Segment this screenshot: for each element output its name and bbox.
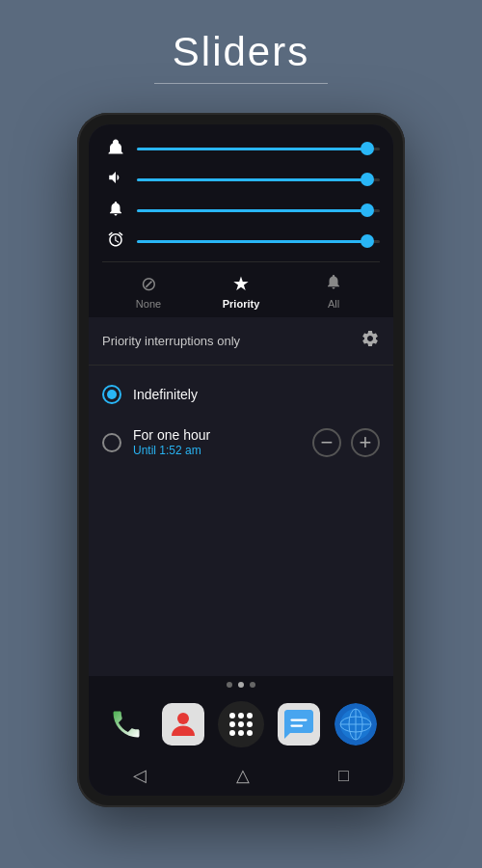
nav-bar: ◁ △ □ [89,755,393,796]
mode-priority[interactable]: ★ Priority [195,272,287,310]
increase-button[interactable]: + [351,428,380,457]
mode-priority-label: Priority [223,298,260,310]
mode-selector: ⊘ None ★ Priority All [102,261,380,317]
page-dot-2 [238,682,244,688]
ringer-icon [102,138,129,159]
priority-header-text: Priority interruptions only [102,334,240,348]
slider-row-volume [102,169,380,190]
slider-row-alarm [102,231,380,252]
option-one-hour-text: For one hour Until 1:52 am [133,427,301,457]
dock [89,693,393,755]
phone-frame: ⊘ None ★ Priority All [77,113,405,807]
app-launcher[interactable] [218,701,264,747]
app-phone[interactable] [105,703,147,746]
option-indefinitely-text: Indefinitely [133,387,380,402]
radio-one-hour[interactable] [102,433,121,452]
volume-icon [102,169,129,190]
app-messaging[interactable] [278,703,320,746]
home-button[interactable]: △ [236,765,250,786]
option-indefinitely[interactable]: Indefinitely [89,373,393,416]
ringer-slider-track[interactable] [137,148,380,150]
priority-header: Priority interruptions only [89,317,393,366]
priority-panel: Priority interruptions only Indefinitely [89,317,393,676]
notification-panel: ⊘ None ★ Priority All [89,124,393,317]
priority-options: Indefinitely For one hour Until 1:52 am … [89,366,393,476]
phone-screen: ⊘ None ★ Priority All [89,124,393,796]
one-hour-controls: − + [312,428,380,457]
svg-point-1 [177,713,189,724]
mode-all[interactable]: All [287,273,380,310]
alarm-icon [102,231,129,252]
title-underline [154,83,328,84]
recents-button[interactable]: □ [338,766,349,786]
slider-row-ringer [102,138,380,159]
mode-all-label: All [328,298,339,310]
settings-gear-icon[interactable] [361,329,380,353]
page-dot-3 [250,682,255,688]
apps-grid-icon [229,713,253,736]
volume-slider-track[interactable] [137,178,380,181]
radio-indefinitely[interactable] [102,385,121,404]
mode-none-label: None [136,298,161,310]
page-dots [89,676,393,693]
notification-slider-track[interactable] [137,209,380,212]
app-browser[interactable] [335,703,377,746]
all-icon [325,273,342,295]
mode-none[interactable]: ⊘ None [102,272,195,310]
one-hour-sub-label: Until 1:52 am [133,444,301,457]
decrease-button[interactable]: − [312,428,341,457]
radio-indefinitely-fill [107,390,117,399]
app-contacts[interactable] [162,703,204,746]
alarm-slider-track[interactable] [137,240,380,243]
indefinitely-label: Indefinitely [133,387,380,402]
page-dot-1 [227,682,232,688]
notification-icon [102,200,129,221]
option-one-hour[interactable]: For one hour Until 1:52 am − + [89,416,393,469]
slider-row-notification [102,200,380,221]
page-title: Sliders [173,29,309,75]
none-icon: ⊘ [141,272,157,295]
priority-icon: ★ [232,272,250,295]
one-hour-label: For one hour [133,427,301,443]
back-button[interactable]: ◁ [133,765,147,786]
